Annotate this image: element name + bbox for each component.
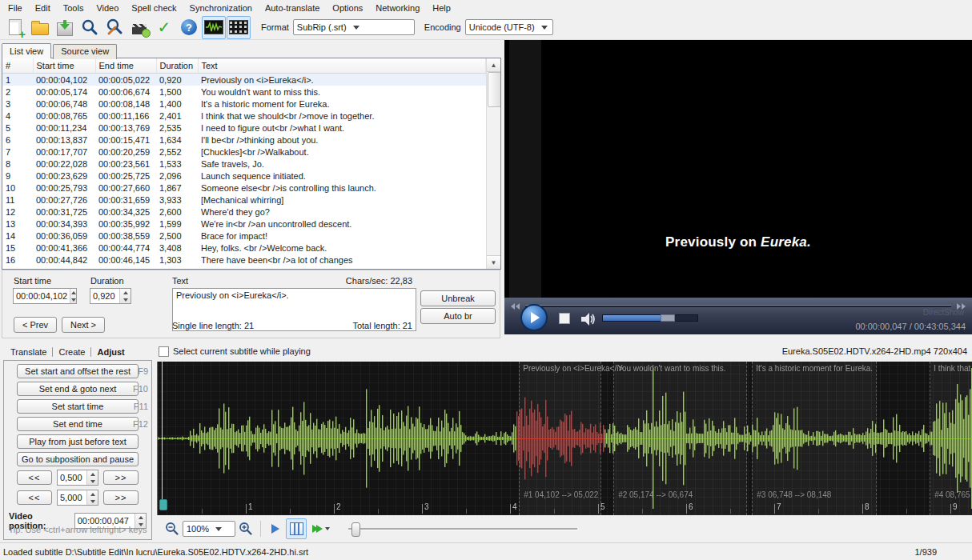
scroll-up-icon[interactable]: ▲ bbox=[487, 58, 500, 72]
new-subtitle-icon[interactable] bbox=[3, 16, 27, 39]
table-row[interactable]: 1000:00:25,79300:00:27,6601,867Someone e… bbox=[2, 182, 486, 194]
unbreak-button[interactable]: Unbreak bbox=[420, 290, 496, 306]
auto-br-button[interactable]: Auto br bbox=[420, 308, 496, 324]
subtitle-edit-window: FileEditToolsVideoSpell checkSynchroniza… bbox=[0, 0, 972, 560]
set-start-time-button[interactable]: Set start time bbox=[17, 399, 139, 414]
table-row[interactable]: 1300:00:34,39300:00:35,9921,599We're in<… bbox=[2, 218, 486, 230]
table-row[interactable]: 1100:00:27,72600:00:31,6593,933[Mechanic… bbox=[2, 194, 486, 206]
nudge-fwd-large-button[interactable]: >> bbox=[103, 490, 139, 505]
stop-button[interactable] bbox=[559, 313, 570, 324]
find-icon[interactable] bbox=[78, 16, 102, 39]
video-position-cursor[interactable] bbox=[162, 362, 163, 502]
menu-help[interactable]: Help bbox=[426, 2, 457, 14]
column-header-duration[interactable]: Duration bbox=[156, 58, 198, 74]
table-row[interactable]: 1400:00:36,05900:00:38,5592,500Brace for… bbox=[2, 230, 486, 242]
select-current-subtitle-checkbox[interactable] bbox=[159, 346, 169, 357]
scrollbar-thumb[interactable] bbox=[488, 72, 501, 107]
scroll-down-icon[interactable]: ▼ bbox=[487, 255, 500, 269]
table-scrollbar[interactable]: ▲ ▼ bbox=[486, 58, 500, 269]
duration-spinner[interactable]: 0,920 bbox=[90, 288, 131, 304]
nudge-back-large-button[interactable]: << bbox=[17, 490, 52, 505]
menu-options[interactable]: Options bbox=[326, 2, 369, 14]
tab-adjust[interactable]: Adjust bbox=[91, 346, 130, 358]
nudge-small-spinner[interactable]: 0,500 bbox=[57, 470, 98, 486]
set-end-goto-next-button[interactable]: Set end & goto next bbox=[17, 382, 139, 396]
volume-slider[interactable] bbox=[602, 314, 698, 322]
waveform-zoom-out-button[interactable] bbox=[162, 518, 183, 539]
slider-thumb[interactable] bbox=[351, 522, 360, 537]
save-icon[interactable] bbox=[53, 16, 77, 39]
column-header-text[interactable]: Text bbox=[198, 58, 486, 74]
seek-back-icon[interactable] bbox=[511, 303, 520, 310]
menu-video[interactable]: Video bbox=[90, 2, 125, 14]
table-row[interactable]: 100:00:04,10200:00:05,0220,920Previously… bbox=[2, 74, 486, 86]
tab-list-view[interactable]: List view bbox=[2, 43, 51, 58]
spinner-arrows-icon[interactable] bbox=[86, 490, 98, 505]
waveform-toggle-icon[interactable] bbox=[202, 16, 226, 39]
speaker-icon[interactable] bbox=[580, 312, 597, 326]
help-icon[interactable]: ? bbox=[177, 16, 201, 39]
video-position-cursor-handle[interactable] bbox=[159, 499, 167, 510]
menu-file[interactable]: File bbox=[2, 2, 29, 14]
spinner-arrows-icon[interactable] bbox=[119, 289, 131, 303]
table-row[interactable]: 1500:00:41,36600:00:44,7743,408Hey, folk… bbox=[2, 242, 486, 254]
cell-text: We're in<br />an uncontrolled descent. bbox=[198, 218, 486, 230]
tab-source-view[interactable]: Source view bbox=[53, 44, 117, 59]
table-row[interactable]: 300:00:06,74800:00:08,1481,400It's a his… bbox=[2, 98, 486, 110]
table-row[interactable]: 500:00:11,23400:00:13,7692,535I need to … bbox=[2, 122, 486, 134]
spinner-arrows-icon[interactable] bbox=[70, 289, 76, 303]
table-row[interactable]: 200:00:05,17400:00:06,6741,500You wouldn… bbox=[2, 86, 486, 98]
replace-icon[interactable] bbox=[102, 16, 127, 39]
volume-thumb[interactable] bbox=[661, 314, 675, 322]
nudge-fwd-small-button[interactable]: >> bbox=[103, 470, 139, 485]
ruler-tick bbox=[642, 509, 643, 514]
menu-networking[interactable]: Networking bbox=[369, 2, 426, 14]
waveform-view[interactable]: Previously on <i>Eureka</i>.#1 04,102 --… bbox=[157, 362, 972, 515]
table-row[interactable]: 900:00:23,62900:00:25,7252,096Launch seq… bbox=[2, 170, 486, 182]
waveform-zoom-select[interactable]: 100% bbox=[183, 521, 235, 537]
tab-translate[interactable]: Translate bbox=[5, 346, 52, 358]
cell-end: 00:00:38,559 bbox=[95, 230, 156, 242]
play-from-just-before-text-button[interactable]: Play from just before text bbox=[17, 434, 139, 449]
waveform-zoom-in-button[interactable] bbox=[235, 518, 256, 539]
encoding-select[interactable]: Unicode (UTF-8) bbox=[465, 19, 553, 35]
menu-synchronization[interactable]: Synchronization bbox=[183, 2, 259, 14]
menu-spell-check[interactable]: Spell check bbox=[125, 2, 183, 14]
format-select[interactable]: SubRip (.srt) bbox=[293, 19, 415, 35]
set-start-and-offset-the-rest-button[interactable]: Set start and offset the rest bbox=[17, 364, 139, 378]
spinner-arrows-icon[interactable] bbox=[86, 470, 98, 485]
playback-speed-button[interactable] bbox=[307, 518, 335, 539]
start-time-spinner[interactable]: 00:00:04,102 bbox=[13, 288, 77, 304]
menu-edit[interactable]: Edit bbox=[29, 2, 57, 14]
go-to-subposition-and-pause-button[interactable]: Go to subposition and pause bbox=[17, 452, 139, 466]
column-header-start-time[interactable]: Start time bbox=[33, 58, 95, 74]
cell-start: 00:00:27,726 bbox=[33, 194, 95, 206]
cell-text: I think that we should<br />move in toge… bbox=[198, 110, 486, 122]
tab-create[interactable]: Create bbox=[53, 346, 90, 358]
play-button[interactable] bbox=[520, 304, 548, 331]
column-header-num[interactable]: # bbox=[2, 58, 33, 74]
waveform-position-slider[interactable] bbox=[348, 521, 577, 537]
table-row[interactable]: 700:00:17,70700:00:20,2592,552[Chuckles]… bbox=[2, 146, 486, 158]
seek-bar[interactable] bbox=[525, 305, 951, 307]
table-row[interactable]: 800:00:22,02800:00:23,5611,533Safe trave… bbox=[2, 158, 486, 170]
prev-button[interactable]: < Prev bbox=[14, 317, 57, 333]
visual-sync-icon[interactable] bbox=[127, 16, 151, 39]
waveform-play-button[interactable] bbox=[265, 518, 286, 539]
table-row[interactable]: 600:00:13,83700:00:15,4711,634I'll be<br… bbox=[2, 134, 486, 146]
nudge-large-spinner[interactable]: 5,000 bbox=[57, 490, 98, 506]
column-header-end-time[interactable]: End time bbox=[95, 58, 156, 74]
video-toggle-icon[interactable] bbox=[227, 16, 251, 39]
nudge-back-small-button[interactable]: << bbox=[17, 470, 52, 485]
open-subtitle-icon[interactable] bbox=[28, 16, 52, 39]
menu-tools[interactable]: Tools bbox=[57, 2, 90, 14]
set-end-time-button[interactable]: Set end time bbox=[17, 417, 139, 431]
table-row[interactable]: 1200:00:31,72500:00:34,3252,600Where'd t… bbox=[2, 206, 486, 218]
table-row[interactable]: 1600:00:44,84200:00:46,1451,303There hav… bbox=[2, 254, 486, 266]
spell-check-icon[interactable]: ✓ bbox=[152, 16, 176, 39]
cell-duration: 0,920 bbox=[156, 74, 198, 86]
menu-auto-translate[interactable]: Auto-translate bbox=[259, 2, 326, 14]
table-row[interactable]: 400:00:08,76500:00:11,1662,401I think th… bbox=[2, 110, 486, 122]
waveform-spectrogram-toggle[interactable] bbox=[286, 518, 307, 539]
next-button[interactable]: Next > bbox=[62, 317, 105, 333]
